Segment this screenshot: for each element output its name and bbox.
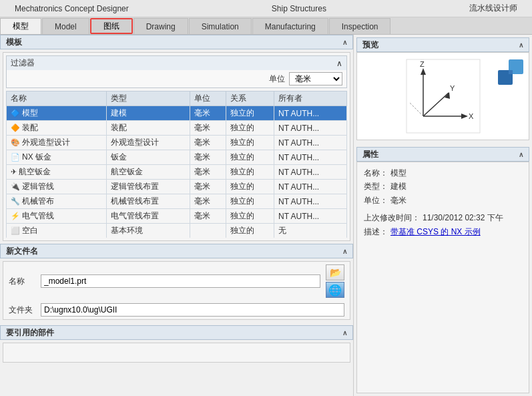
cell-owner: NT AUTH... — [274, 165, 347, 180]
cell-unit: 毫米 — [190, 209, 226, 224]
name-input[interactable] — [41, 274, 320, 288]
unit-filter-label: 单位 — [269, 73, 285, 85]
name-label: 名称 — [9, 276, 35, 287]
folder-input[interactable] — [41, 303, 344, 317]
prop-desc-value[interactable]: 带基准 CSYS 的 NX 示例 — [390, 225, 481, 238]
menu-flow[interactable]: 流水线设计师 — [460, 1, 527, 15]
tab-model-cn[interactable]: 模型 — [0, 18, 41, 34]
templates-section-header[interactable]: 模板 ∧ — [0, 35, 353, 49]
templates-section: 过滤器 ∧ 单位 毫米 名称 类型 单位 — [3, 52, 350, 241]
open-folder-icon: 📂 — [330, 267, 341, 278]
col-relation: 关系 — [226, 91, 274, 106]
prop-type-value: 建模 — [390, 180, 407, 193]
prop-unit-label: 单位： — [364, 194, 388, 207]
properties-chevron-up: ∧ — [519, 151, 523, 158]
cell-type: 装配 — [106, 121, 190, 136]
cell-unit: 毫米 — [190, 165, 226, 180]
new-file-chevron-up: ∧ — [342, 248, 347, 255]
table-row[interactable]: 🔧机械管布 机械管线布置 毫米 独立的 NT AUTH... — [7, 194, 347, 209]
col-type: 类型 — [106, 91, 190, 106]
unit-filter-select[interactable]: 毫米 — [289, 72, 342, 85]
cell-unit: 毫米 — [190, 121, 226, 136]
tab-manufacturing[interactable]: Manufacturing — [252, 18, 328, 34]
filter-area: 过滤器 ∧ 单位 毫米 — [6, 55, 347, 88]
cell-type: 建模 — [106, 106, 190, 121]
preview-title: 预览 — [362, 39, 378, 51]
preview-canvas: Z X Y — [357, 53, 529, 140]
template-table-container: 名称 类型 单位 关系 所有者 🔷模型 建模 毫米 独立的 NT AUTH...… — [6, 91, 347, 238]
table-row[interactable]: 🔌逻辑管线 逻辑管线布置 毫米 独立的 NT AUTH... — [7, 180, 347, 194]
prop-modified-label: 上次修改时间： — [364, 211, 420, 224]
tab-simulation[interactable]: Simulation — [189, 18, 252, 34]
cell-owner: NT AUTH... — [274, 106, 347, 121]
new-file-section: 名称 📂 🌐 文件夹 — [3, 261, 350, 320]
properties-title: 属性 — [362, 149, 378, 160]
cell-type: 钣金 — [106, 150, 190, 165]
preview-svg: Z X Y — [403, 56, 483, 136]
cell-owner: 无 — [274, 224, 347, 238]
templates-chevron-up: ∧ — [342, 39, 347, 46]
tab-drawing-cn[interactable]: 图纸 — [90, 18, 133, 34]
cell-type: 机械管线布置 — [106, 194, 190, 209]
new-file-section-header[interactable]: 新文件名 ∧ — [0, 244, 353, 258]
cell-owner: NT AUTH... — [274, 150, 347, 165]
cell-unit: 毫米 — [190, 194, 226, 209]
globe-button[interactable]: 🌐 — [326, 282, 344, 298]
cell-type: 外观造型设计 — [106, 136, 190, 150]
cell-name: 📄NX 钣金 — [7, 150, 107, 165]
table-row[interactable]: ✈航空钣金 航空钣金 毫米 独立的 NT AUTH... — [7, 165, 347, 180]
col-unit: 单位 — [190, 91, 226, 106]
menu-mechatronics[interactable]: Mechatronics Concept Designer — [5, 3, 138, 15]
table-row[interactable]: ⚡电气管线 电气管线布置 毫米 独立的 NT AUTH... — [7, 209, 347, 224]
templates-title: 模板 — [6, 37, 22, 48]
right-panel: 预览 ∧ Z X Y — [354, 35, 532, 396]
filter-title: 过滤器 — [11, 57, 35, 69]
folder-label: 文件夹 — [9, 305, 35, 316]
prop-name-value: 模型 — [390, 166, 407, 180]
cell-relation: 独立的 — [226, 150, 274, 165]
properties-section: 名称： 模型 类型： 建模 单位： 毫米 上次修改时间： 11/30/2012 … — [356, 162, 529, 393]
table-row[interactable]: ⬜空白 基本环境 独立的 无 — [7, 224, 347, 238]
ref-section-header[interactable]: 要引用的部件 ∧ — [0, 325, 353, 340]
globe-icon: 🌐 — [328, 284, 342, 296]
table-row[interactable]: 📄NX 钣金 钣金 毫米 独立的 NT AUTH... — [7, 150, 347, 165]
tab-inspection[interactable]: Inspection — [329, 18, 391, 34]
properties-section-header[interactable]: 属性 ∧ — [356, 147, 529, 162]
ref-section-title: 要引用的部件 — [6, 327, 54, 339]
cell-unit: 毫米 — [190, 136, 226, 150]
preview-chevron-up: ∧ — [519, 41, 523, 49]
menu-ship-structures[interactable]: Ship Structures — [262, 3, 336, 15]
cell-relation: 独立的 — [226, 209, 274, 224]
table-row[interactable]: 🔷模型 建模 毫米 独立的 NT AUTH... — [7, 106, 347, 121]
tab-model-en[interactable]: Model — [42, 18, 89, 34]
col-name: 名称 — [7, 91, 107, 106]
filter-row: 单位 毫米 — [7, 70, 346, 87]
cell-owner: NT AUTH... — [274, 194, 347, 209]
cell-relation: 独立的 — [226, 121, 274, 136]
prop-desc-label: 描述： — [364, 225, 388, 238]
cell-name: 🔧机械管布 — [7, 194, 107, 209]
preview-section-header[interactable]: 预览 ∧ — [356, 37, 529, 52]
cell-type: 逻辑管线布置 — [106, 180, 190, 194]
cell-type: 基本环境 — [106, 224, 190, 238]
cell-name: ⬜空白 — [7, 224, 107, 238]
cell-name: 🔷模型 — [7, 106, 107, 121]
tab-drawing-en[interactable]: Drawing — [134, 18, 188, 34]
cell-owner: NT AUTH... — [274, 136, 347, 150]
cell-name: 🔶装配 — [7, 121, 107, 136]
cell-type: 航空钣金 — [106, 165, 190, 180]
prop-unit-value: 毫米 — [390, 194, 407, 207]
cell-owner: NT AUTH... — [274, 209, 347, 224]
cell-name: ✈航空钣金 — [7, 165, 107, 180]
prop-type-label: 类型： — [364, 180, 388, 193]
cell-name: ⚡电气管线 — [7, 209, 107, 224]
properties-content: 名称： 模型 类型： 建模 单位： 毫米 上次修改时间： 11/30/2012 … — [357, 162, 529, 242]
table-row[interactable]: 🎨外观造型设计 外观造型设计 毫米 独立的 NT AUTH... — [7, 136, 347, 150]
new-file-name-row: 名称 📂 🌐 — [3, 262, 350, 301]
cell-relation: 独立的 — [226, 165, 274, 180]
table-row[interactable]: 🔶装配 装配 毫米 独立的 NT AUTH... — [7, 121, 347, 136]
open-folder-button[interactable]: 📂 — [326, 264, 344, 280]
cell-name: 🔌逻辑管线 — [7, 180, 107, 194]
table-header-row: 名称 类型 单位 关系 所有者 — [7, 91, 347, 106]
svg-rect-14 — [509, 70, 513, 74]
